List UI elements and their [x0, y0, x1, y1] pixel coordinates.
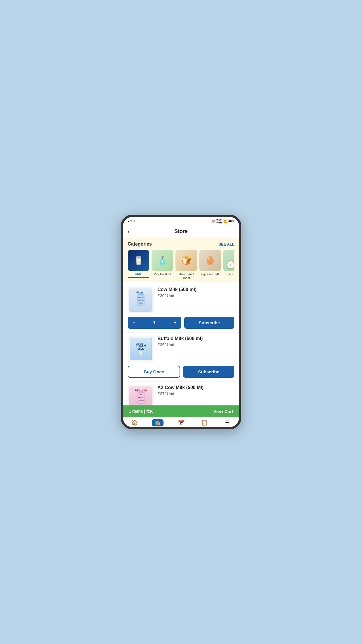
subscribe-button-cow-milk[interactable]: Subscribe [184, 317, 234, 329]
svg-text:500 ml: 500 ml [138, 302, 143, 304]
products-nav-wrap: 🛍️ [152, 419, 164, 426]
cow-milk-svg: Arnish Cow Milk 500 ml [132, 291, 150, 309]
category-img-milkprod [152, 250, 173, 271]
product-img-cow-milk: Arnish Cow Milk 500 ml [128, 287, 154, 313]
milkprod-category-icon [152, 250, 173, 271]
nav-more[interactable]: ☰ More [216, 418, 239, 429]
product-cow-milk: Arnish Cow Milk 500 ml Cow Milk (500 ml)… [123, 284, 239, 332]
quantity-counter[interactable]: − 1 + [128, 317, 181, 329]
arnish-cow-image: Arnish Cow Milk 500 ml [129, 288, 152, 312]
category-item-milk-product[interactable]: Milk Product [152, 250, 173, 280]
plus-icon[interactable]: + [173, 320, 177, 326]
next-arrow-icon[interactable]: › [227, 261, 234, 268]
my-subs-icon: 📅 [178, 419, 184, 426]
see-all-button[interactable]: SEE ALL [219, 242, 234, 246]
category-label-bread: Bread and Toast [175, 272, 197, 280]
svg-text:Cow Milk: Cow Milk [138, 299, 144, 301]
nav-orders[interactable]: 📋 Orders [193, 418, 216, 429]
a2-milk-image: A2 Arnish Cow Milk [129, 386, 152, 405]
battery-icon: 40% [229, 220, 234, 223]
home-icon: 🏠 [131, 419, 138, 426]
product-price-cow-milk: ₹30/ Unit [157, 293, 234, 298]
product-row-cow-milk: Arnish Cow Milk 500 ml Cow Milk (500 ml)… [128, 287, 234, 313]
category-label-eggs: Eggs and Idli [201, 272, 219, 276]
nav-my-subs-label: My Subs [175, 426, 187, 429]
product-info-buffalo-milk: Buffalo Milk (500 ml) ₹35/ Unit [157, 336, 234, 347]
product-info-cow-milk: Cow Milk (500 ml) ₹30/ Unit [157, 287, 234, 298]
product-buffalo-milk: Buffalo FRESH MILK 🥛 Buffalo Milk (500 m… [123, 332, 239, 382]
nav-products-label: Products [152, 427, 164, 430]
a2-milk-svg: A2 Arnish Cow Milk [132, 389, 150, 405]
orders-icon: 📋 [201, 419, 208, 426]
milk-label: MILK [138, 347, 144, 350]
category-item-bread[interactable]: Bread and Toast [175, 250, 197, 280]
buffalo-milk-image: Buffalo FRESH MILK 🥛 [130, 338, 152, 360]
product-name-buffalo-milk: Buffalo Milk (500 ml) [157, 336, 234, 341]
category-label-spice: Spice Rea... [225, 272, 234, 276]
product-row-a2-cow-milk: A2 Arnish Cow Milk A2 Cow Milk (500 Ml) … [128, 385, 234, 405]
view-cart-button[interactable]: View Cart [213, 409, 233, 414]
status-bar: 7:13 ⏰ 9.00KB/S 📶 40% [123, 217, 239, 225]
nav-more-label: More [224, 426, 231, 429]
product-price-buffalo-milk: ₹35/ Unit [157, 342, 234, 347]
bottom-nav: 🏠 Home 🛍️ Products 📅 My Subs 📋 Orders ☰ … [123, 417, 239, 429]
categories-title: Categories [128, 242, 152, 247]
alarm-icon: ⏰ [212, 220, 215, 223]
product-img-a2-cow-milk: A2 Arnish Cow Milk [128, 385, 154, 405]
categories-scroll: Milk Milk Product [128, 250, 234, 280]
active-underline [128, 277, 149, 278]
buy-once-button-buffalo[interactable]: Buy Once [128, 366, 180, 378]
category-img-spice [223, 250, 234, 271]
bread-category-icon [175, 250, 197, 271]
category-img-milk [128, 250, 149, 271]
product-name-cow-milk: Cow Milk (500 ml) [157, 287, 234, 292]
category-img-eggs [199, 250, 221, 271]
products-icon: 🛍️ [155, 420, 161, 426]
minus-icon[interactable]: − [132, 320, 136, 326]
nav-home[interactable]: 🏠 Home [123, 418, 146, 429]
product-name-a2-cow-milk: A2 Cow Milk (500 Ml) [157, 385, 234, 390]
svg-rect-6 [138, 391, 143, 393]
counter-value: 1 [153, 320, 156, 326]
more-icon: ☰ [225, 419, 230, 426]
product-info-a2-cow-milk: A2 Cow Milk (500 Ml) ₹37/ Unit [157, 385, 234, 396]
product-a2-cow-milk: A2 Arnish Cow Milk A2 Cow Milk (500 Ml) … [123, 382, 239, 405]
cart-item-count: 1 Items | ₹30 [129, 409, 154, 414]
phone-frame: 7:13 ⏰ 9.00KB/S 📶 40% ‹ Store Categories… [121, 215, 241, 429]
fresh-label: FRESH [136, 344, 146, 347]
network-icon: 📶 [224, 220, 227, 223]
svg-text:A2: A2 [140, 393, 142, 396]
category-img-bread [175, 250, 197, 271]
categories-header: Categories SEE ALL [128, 242, 234, 247]
page-title: Store [174, 228, 188, 235]
subscribe-button-buffalo[interactable]: Subscribe [183, 366, 234, 378]
status-time: 7:13 [128, 219, 135, 223]
product-actions-buffalo-milk: Buy Once Subscribe [128, 366, 234, 378]
category-item-milk[interactable]: Milk [128, 250, 149, 280]
back-button[interactable]: ‹ [128, 228, 130, 235]
data-speed: 9.00KB/S [216, 218, 223, 224]
category-item-eggs[interactable]: Eggs and Idli [199, 250, 221, 280]
header: ‹ Store [123, 225, 239, 238]
svg-text:Arnish: Arnish [138, 397, 143, 398]
category-label-milk: Milk [135, 272, 141, 276]
spice-category-icon [223, 250, 234, 271]
milk-category-icon [128, 250, 149, 271]
product-actions-cow-milk: − 1 + Subscribe [128, 317, 234, 329]
nav-orders-label: Orders [200, 426, 209, 429]
product-price-a2-cow-milk: ₹37/ Unit [157, 391, 234, 396]
product-row-buffalo-milk: Buffalo FRESH MILK 🥛 Buffalo Milk (500 m… [128, 336, 234, 362]
product-img-buffalo-milk: Buffalo FRESH MILK 🥛 [128, 336, 154, 362]
eggs-category-icon [199, 250, 221, 271]
content-area: Categories SEE ALL Milk [123, 238, 239, 405]
nav-my-subs[interactable]: 📅 My Subs [169, 418, 193, 429]
svg-text:Arnish: Arnish [138, 296, 143, 298]
nav-home-label: Home [131, 426, 138, 429]
svg-rect-1 [138, 293, 143, 295]
category-label-milkprod: Milk Product [154, 272, 171, 276]
categories-section: Categories SEE ALL Milk [123, 238, 239, 282]
nav-products[interactable]: 🛍️ Products [146, 418, 170, 430]
milk-glass-icon: 🥛 [138, 350, 144, 356]
cart-bar[interactable]: 1 Items | ₹30 View Cart [123, 405, 239, 417]
svg-text:Cow Milk: Cow Milk [138, 400, 144, 401]
